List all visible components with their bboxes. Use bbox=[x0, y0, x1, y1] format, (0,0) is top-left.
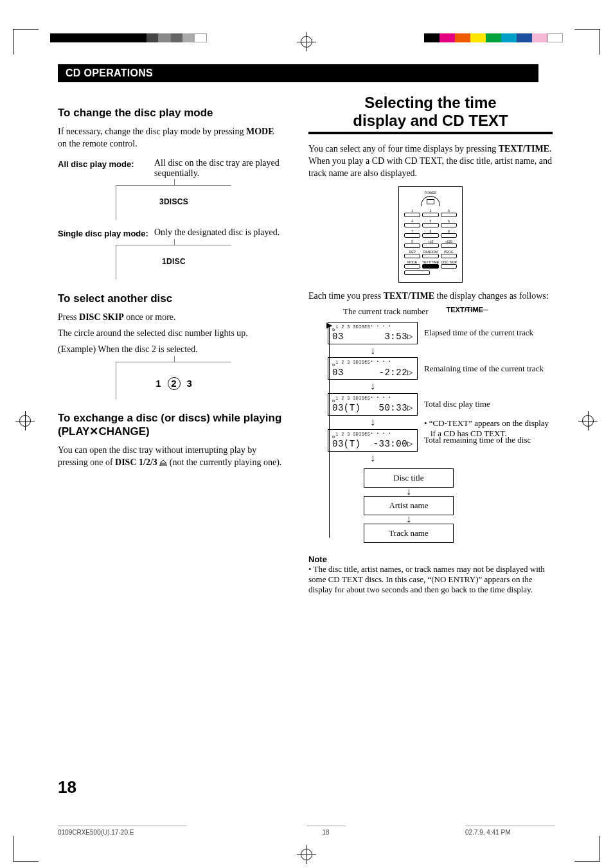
title-rule bbox=[308, 132, 553, 134]
desc-total: Total disc play time bbox=[424, 399, 553, 409]
crop-mark bbox=[13, 29, 39, 55]
arrow-down-icon: ↓ bbox=[328, 418, 418, 427]
section-header: CD OPERATIONS bbox=[58, 64, 538, 82]
crop-mark bbox=[574, 29, 600, 55]
registration-target-icon bbox=[578, 411, 598, 430]
arrow-down-icon: ↓ bbox=[364, 488, 454, 496]
display-callout-1disc: 1DISC bbox=[116, 245, 231, 279]
lcd-total-remain: • • • • • ↻1 2 3 3DISCS 03(T)-33:00▷ bbox=[328, 429, 418, 452]
grayscale-bar bbox=[50, 33, 207, 42]
box-disc-title: Disc title bbox=[364, 468, 454, 488]
display-callout-3discs: 3DISCS bbox=[116, 185, 231, 220]
paragraph: Press DISC SKIP once or more. bbox=[58, 312, 283, 324]
heading-change-mode: To change the disc play mode bbox=[58, 107, 283, 120]
display-callout-disc-select: 1 2 3 bbox=[116, 362, 231, 399]
desc-single-disc-mode: Only the designated disc is played. bbox=[154, 227, 280, 238]
remote-diagram: POWER 123 456 789 0+10+100 REPRANDOMPROG… bbox=[398, 186, 463, 283]
arrow-down-icon: ↓ bbox=[328, 382, 418, 391]
registration-target-icon bbox=[297, 32, 316, 51]
print-registration-top bbox=[0, 0, 613, 58]
paragraph: (Example) When the disc 2 is selected. bbox=[58, 344, 283, 356]
lcd-remaining: • • • • • ↻1 2 3 3DISCS 03-2:22▷ bbox=[328, 357, 418, 380]
heading-exchange: To exchange a disc (or discs) while play… bbox=[58, 412, 283, 438]
arrow-down-icon: ↓ bbox=[364, 515, 454, 524]
leader-line bbox=[465, 310, 488, 310]
registration-target-icon bbox=[297, 845, 316, 864]
desc-elapsed: Elapsed time of the current track bbox=[424, 328, 553, 338]
heading-select-disc: To select another disc bbox=[58, 292, 283, 305]
registration-target-icon bbox=[15, 411, 35, 430]
loop-line: ▶ bbox=[321, 319, 328, 543]
page-title: Selecting the time display and CD TEXT bbox=[308, 94, 553, 129]
lcd-elapsed: • • • • • ↻1 2 3 3DISCS 033:53▷ bbox=[328, 322, 418, 344]
desc-all-disc-mode: All disc on the disc tray are played seq… bbox=[154, 158, 283, 179]
box-track: Track name bbox=[364, 524, 454, 543]
note-body: • The disc title, artist names, or track… bbox=[308, 564, 553, 595]
arrow-down-icon: ↓ bbox=[328, 347, 418, 355]
paragraph: Each time you press TEXT/TIME the displa… bbox=[308, 290, 553, 303]
paragraph: You can select any of four time displays… bbox=[308, 143, 553, 180]
label-all-disc-mode: All disc play mode: bbox=[58, 158, 154, 179]
arrow-down-icon: ↓ bbox=[328, 454, 418, 463]
eject-icon bbox=[159, 457, 167, 467]
lcd-total: • • • • • ↻1 2 3 3DISCS 03(T)50:33▷ bbox=[328, 393, 418, 416]
paragraph: You can open the disc tray without inter… bbox=[58, 445, 283, 469]
print-registration-bottom bbox=[0, 829, 613, 868]
box-artist: Artist name bbox=[364, 496, 454, 515]
cross-icon: ✕ bbox=[89, 425, 98, 438]
paragraph: If necessary, change the disc play mode … bbox=[58, 126, 283, 150]
note-heading: Note bbox=[308, 554, 553, 564]
paragraph: The circle around the selected disc numb… bbox=[58, 328, 283, 340]
desc-remaining: Remaining time of the current track bbox=[424, 364, 553, 374]
display-flow: The current track number ▶ • • • • • ↻1 … bbox=[321, 306, 553, 543]
label-single-disc-mode: Single disc play mode: bbox=[58, 227, 154, 238]
page-number: 18 bbox=[58, 777, 76, 797]
color-bar bbox=[424, 33, 563, 42]
